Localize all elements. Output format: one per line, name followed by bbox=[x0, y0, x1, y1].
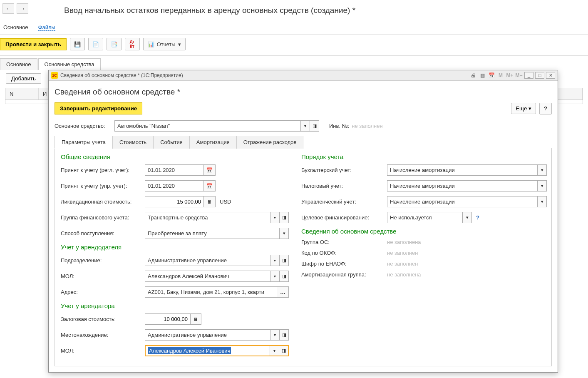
subtab-files[interactable]: Файлы bbox=[38, 24, 55, 31]
enaof-placeholder: не заполнен bbox=[387, 261, 418, 267]
acc-label: Бухгалтерский учет: bbox=[301, 167, 383, 173]
add-button[interactable]: Добавить bbox=[6, 73, 41, 84]
reports-button[interactable]: 📊 Отчеты ▾ bbox=[143, 38, 186, 50]
mol-label: МОЛ: bbox=[61, 273, 141, 279]
chevron-down-icon[interactable]: ▾ bbox=[300, 121, 310, 131]
chevron-down-icon[interactable]: ▾ bbox=[462, 212, 471, 223]
way-field[interactable]: Приобретение за плату ▾ bbox=[145, 228, 289, 239]
chevron-down-icon[interactable]: ▾ bbox=[537, 165, 546, 175]
col-n-header[interactable]: N bbox=[5, 88, 39, 99]
pledge-value-field[interactable]: 🖩 bbox=[145, 313, 201, 325]
chevron-down-icon[interactable]: ▾ bbox=[537, 181, 546, 191]
dialog-titlebar[interactable]: 1C Сведения об основном средстве * (1С:П… bbox=[49, 70, 558, 81]
post-button[interactable]: 📄 bbox=[88, 38, 103, 50]
open-icon[interactable]: ◨ bbox=[279, 212, 288, 223]
chevron-down-icon[interactable]: ▾ bbox=[270, 255, 279, 266]
calendar-icon[interactable]: 📅 bbox=[203, 181, 215, 191]
save-button[interactable]: 💾 bbox=[70, 38, 85, 50]
app-logo-icon: 1C bbox=[51, 72, 58, 79]
target-fin-field[interactable]: Не используется ▾ bbox=[387, 212, 472, 223]
calendar-icon[interactable]: 📅 bbox=[203, 165, 215, 175]
tab-amort[interactable]: Амортизация bbox=[189, 136, 237, 149]
mgr-label: Управленческий учет: bbox=[301, 199, 383, 205]
enaof-label: Шифр по ЕНАОФ: bbox=[301, 261, 383, 267]
chevron-down-icon[interactable]: ▾ bbox=[270, 346, 279, 356]
help-button[interactable]: ? bbox=[539, 103, 552, 114]
finish-editing-button[interactable]: Завершить редактирование bbox=[55, 102, 142, 114]
tab-events[interactable]: События bbox=[153, 136, 190, 149]
accept-regl-field[interactable]: 01.01.2020 📅 bbox=[145, 164, 216, 176]
open-icon[interactable]: ◨ bbox=[279, 271, 288, 281]
acc-field[interactable]: Начисление амортизации ▾ bbox=[387, 164, 547, 176]
location-field[interactable]: Административное управление ▾ ◨ bbox=[145, 329, 289, 341]
memory-mplus-icon[interactable]: M+ bbox=[506, 72, 514, 79]
chevron-down-icon[interactable]: ▾ bbox=[537, 196, 546, 207]
open-icon[interactable]: ◨ bbox=[279, 255, 288, 266]
amort-group-placeholder: не заполнена bbox=[387, 271, 421, 278]
accept-mgr-field[interactable]: 01.01.2020 📅 bbox=[145, 180, 216, 191]
dt-kt-button[interactable]: ДтКт bbox=[125, 38, 140, 50]
calendar-icon[interactable]: 📅 bbox=[488, 72, 495, 79]
accept-mgr-label: Принят к учету (упр. учет): bbox=[61, 183, 141, 189]
back-button[interactable]: ← bbox=[2, 3, 14, 14]
chevron-down-icon[interactable]: ▾ bbox=[279, 228, 288, 239]
okof-label: Код по ОКОФ: bbox=[301, 250, 383, 256]
mgr-field[interactable]: Начисление амортизации ▾ bbox=[387, 196, 547, 207]
address-label: Адрес: bbox=[61, 289, 141, 295]
mol2-label: МОЛ: bbox=[61, 348, 141, 354]
chevron-down-icon[interactable]: ▾ bbox=[270, 330, 279, 340]
maximize-button[interactable]: □ bbox=[535, 72, 544, 79]
more-button[interactable]: Еще ▾ bbox=[511, 103, 536, 114]
order-section-title: Порядок учета bbox=[301, 153, 547, 160]
forward-button[interactable]: → bbox=[17, 3, 28, 14]
post-icon: 📄 bbox=[92, 41, 99, 47]
dialog-heading: Сведения об основном средстве * bbox=[55, 87, 552, 97]
memory-mminus-icon[interactable]: M− bbox=[515, 72, 523, 79]
group-os-label: Группа ОС: bbox=[301, 239, 383, 245]
chevron-down-icon[interactable]: ▾ bbox=[270, 271, 279, 281]
grid-icon[interactable]: ▦ bbox=[479, 72, 486, 79]
minimize-button[interactable]: _ bbox=[524, 72, 533, 79]
target-fin-label: Целевое финансирование: bbox=[301, 214, 383, 221]
post-and-close-button[interactable]: Провести и закрыть bbox=[0, 38, 67, 50]
chevron-down-icon[interactable]: ▾ bbox=[270, 212, 279, 223]
location-label: Местонахождение: bbox=[61, 332, 141, 338]
chevron-down-icon: ▾ bbox=[528, 105, 531, 112]
subdiv-field[interactable]: Административное управление ▾ ◨ bbox=[145, 255, 289, 266]
calculator-icon[interactable]: 🖩 bbox=[190, 314, 201, 324]
mol-field[interactable]: Александров Алексей Иванович ▾ ◨ bbox=[145, 271, 289, 282]
calculator-icon[interactable]: 🖩 bbox=[203, 196, 215, 207]
open-icon[interactable]: ◨ bbox=[279, 330, 288, 340]
ellipsis-icon[interactable]: … bbox=[277, 287, 288, 297]
save-icon: 💾 bbox=[74, 41, 81, 47]
tab-params[interactable]: Параметры учета bbox=[55, 136, 113, 149]
reports-label: Отчеты bbox=[157, 41, 176, 47]
open-icon[interactable]: ◨ bbox=[310, 121, 319, 131]
close-button[interactable]: ✕ bbox=[546, 72, 555, 79]
group-os-placeholder: не заполнена bbox=[387, 239, 421, 245]
page-title: Ввод начальных остатков переданных в аре… bbox=[64, 2, 355, 15]
copy-button[interactable]: 📑 bbox=[107, 38, 122, 50]
liquid-value-field[interactable]: 🖩 bbox=[145, 196, 216, 207]
address-field[interactable]: AZ001, Баку, Низами, дом 21, корпус 1, к… bbox=[145, 286, 289, 298]
subdiv-label: Подразделение: bbox=[61, 257, 141, 264]
open-icon[interactable]: ◨ bbox=[279, 346, 288, 356]
reports-icon: 📊 bbox=[148, 41, 154, 47]
main-asset-field[interactable]: Автомобиль "Nissan" ▾ ◨ bbox=[114, 120, 319, 132]
target-fin-help[interactable]: ? bbox=[476, 214, 479, 221]
subtab-main[interactable]: Основное bbox=[3, 24, 28, 31]
mol2-field[interactable]: Александров Алексей Иванович ▾ ◨ bbox=[145, 345, 289, 356]
inv-num-label: Инв. №: bbox=[329, 123, 349, 129]
liquid-label: Ликвидационная стоимость: bbox=[61, 199, 141, 205]
fin-group-field[interactable]: Транспортные средства ▾ ◨ bbox=[145, 212, 289, 223]
tab-expenses[interactable]: Отражение расходов bbox=[236, 136, 304, 149]
lessor-section-title: Учет у арендодателя bbox=[61, 244, 289, 251]
print-icon[interactable]: 🖨 bbox=[469, 72, 477, 79]
main-asset-label: Основное средство: bbox=[55, 123, 112, 129]
okof-placeholder: не заполнен bbox=[387, 250, 418, 256]
lower-tab-assets[interactable]: Основные средства bbox=[38, 58, 101, 70]
memory-m-icon[interactable]: M bbox=[497, 72, 504, 79]
tax-field[interactable]: Начисление амортизации ▾ bbox=[387, 180, 547, 191]
lower-tab-main[interactable]: Основное bbox=[0, 58, 37, 70]
tab-cost[interactable]: Стоимость bbox=[112, 136, 154, 149]
